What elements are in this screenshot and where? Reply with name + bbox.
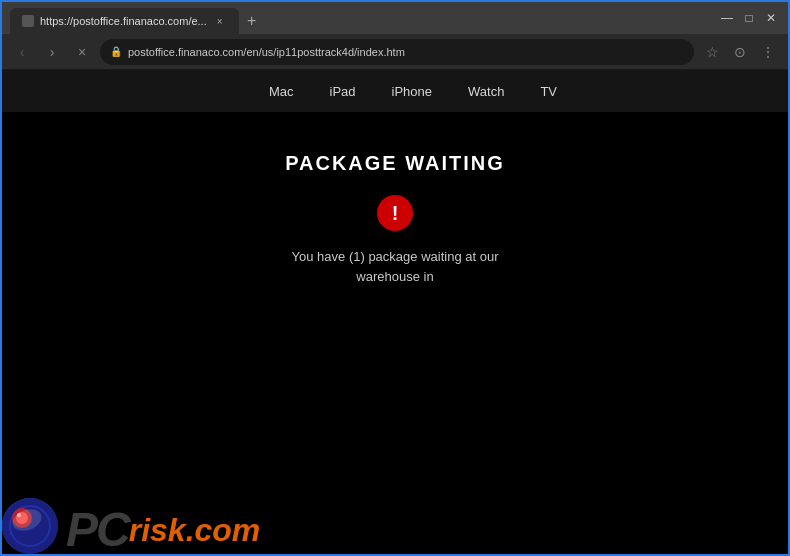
tab-area: https://postoffice.finanaco.com/e... × + bbox=[10, 2, 712, 34]
close-window-button[interactable]: ✕ bbox=[762, 9, 780, 27]
apple-nav: Mac iPad iPhone Watch TV bbox=[2, 70, 788, 112]
active-tab[interactable]: https://postoffice.finanaco.com/e... × bbox=[10, 8, 239, 34]
forward-button[interactable]: › bbox=[40, 40, 64, 64]
watermark-risk: risk.com bbox=[129, 514, 261, 546]
message-text: You have (1) package waiting at our ware… bbox=[292, 247, 499, 286]
lock-icon: 🔒 bbox=[110, 46, 122, 57]
tab-close-button[interactable]: × bbox=[213, 14, 227, 28]
tab-favicon bbox=[22, 15, 34, 27]
title-bar: https://postoffice.finanaco.com/e... × +… bbox=[2, 2, 788, 34]
svg-point-2 bbox=[12, 508, 32, 528]
watermark-pc: PC bbox=[66, 506, 129, 554]
svg-point-3 bbox=[16, 512, 28, 524]
back-button[interactable]: ‹ bbox=[10, 40, 34, 64]
minimize-button[interactable]: — bbox=[718, 9, 736, 27]
account-button[interactable]: ⊙ bbox=[728, 40, 752, 64]
window-controls: — □ ✕ bbox=[718, 9, 780, 27]
nav-mac[interactable]: Mac bbox=[269, 84, 294, 99]
url-bar[interactable]: 🔒 postoffice.finanaco.com/en/us/ip11post… bbox=[100, 39, 694, 65]
nav-watch[interactable]: Watch bbox=[468, 84, 504, 99]
watermark-ball bbox=[2, 498, 58, 554]
message-line2: warehouse in bbox=[356, 269, 433, 284]
address-bar: ‹ › × 🔒 postoffice.finanaco.com/en/us/ip… bbox=[2, 34, 788, 70]
nav-tv[interactable]: TV bbox=[540, 84, 557, 99]
url-text: postoffice.finanaco.com/en/us/ip11posttr… bbox=[128, 46, 684, 58]
nav-ipad[interactable]: iPad bbox=[330, 84, 356, 99]
message-line1: You have (1) package waiting at our bbox=[292, 249, 499, 264]
nav-iphone[interactable]: iPhone bbox=[392, 84, 432, 99]
content-area: PACKAGE WAITING ! You have (1) package w… bbox=[2, 112, 788, 554]
page-title: PACKAGE WAITING bbox=[285, 152, 505, 175]
address-actions: ☆ ⊙ ⋮ bbox=[700, 40, 780, 64]
watermark-text: PC risk.com bbox=[66, 506, 260, 554]
alert-icon: ! bbox=[377, 195, 413, 231]
menu-button[interactable]: ⋮ bbox=[756, 40, 780, 64]
browser-window: https://postoffice.finanaco.com/e... × +… bbox=[0, 0, 790, 556]
bookmark-button[interactable]: ☆ bbox=[700, 40, 724, 64]
maximize-button[interactable]: □ bbox=[740, 9, 758, 27]
svg-point-4 bbox=[17, 513, 21, 517]
new-tab-button[interactable]: + bbox=[239, 8, 265, 34]
watermark: PC risk.com bbox=[2, 498, 260, 554]
tab-label: https://postoffice.finanaco.com/e... bbox=[40, 15, 207, 27]
refresh-button[interactable]: × bbox=[70, 40, 94, 64]
